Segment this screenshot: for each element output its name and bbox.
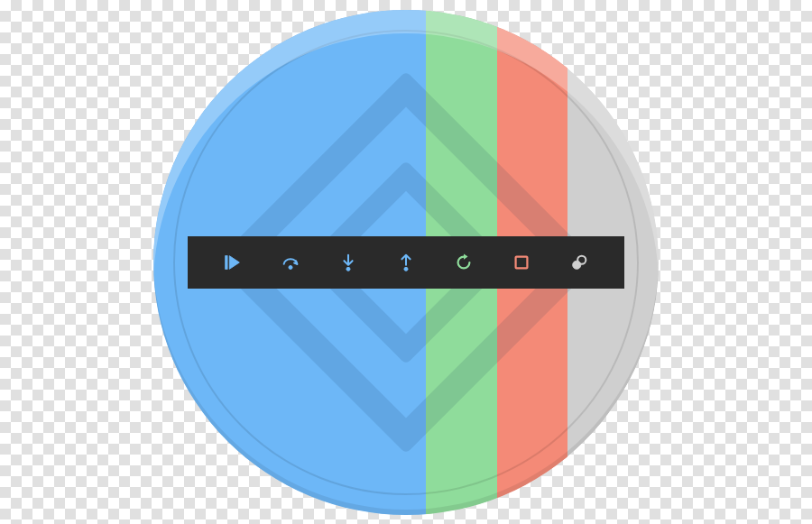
step-out-icon (396, 253, 416, 272)
restart-icon (454, 253, 474, 272)
coin-badge (153, 10, 659, 515)
svg-rect-0 (226, 255, 227, 269)
stop-button[interactable] (502, 243, 541, 282)
restart-button[interactable] (444, 243, 484, 282)
step-into-icon (338, 253, 358, 272)
step-into-button[interactable] (328, 243, 368, 282)
play-bar-icon (223, 253, 243, 272)
svg-point-5 (404, 267, 408, 271)
step-out-button[interactable] (386, 243, 426, 282)
toggle-button[interactable] (559, 243, 599, 282)
toggle-icon (569, 253, 589, 272)
svg-point-8 (573, 261, 581, 269)
step-over-button[interactable] (271, 243, 310, 282)
debug-toolbar (188, 236, 624, 289)
svg-rect-6 (516, 256, 528, 268)
svg-point-1 (289, 265, 292, 269)
svg-point-3 (346, 267, 350, 271)
step-over-icon (281, 253, 300, 272)
continue-button[interactable] (213, 243, 253, 282)
stop-icon (512, 253, 531, 272)
